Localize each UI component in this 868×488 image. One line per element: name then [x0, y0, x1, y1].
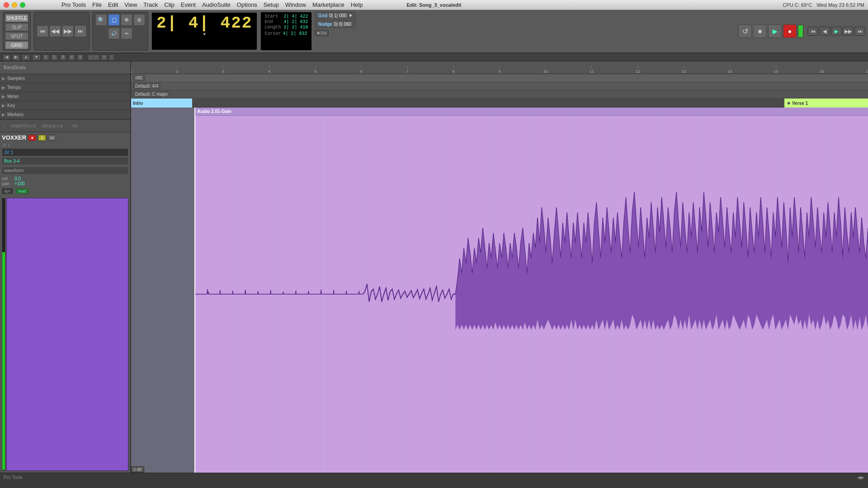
- menu-marketplace[interactable]: Marketplace: [312, 1, 344, 8]
- menu-track[interactable]: Track: [143, 1, 158, 8]
- zoom-out-h[interactable]: ◀: [3, 54, 10, 61]
- menu-event[interactable]: Event: [181, 1, 196, 8]
- menu-help[interactable]: Help: [351, 1, 363, 8]
- forward-to-end-button[interactable]: ⏭: [75, 25, 86, 37]
- play-button[interactable]: ▶: [768, 24, 782, 38]
- zoom-in-h[interactable]: ▶: [12, 54, 20, 61]
- nudge-control[interactable]: Nudge 0| 0| 060: [315, 20, 356, 28]
- dyn-button[interactable]: dyn: [2, 188, 13, 194]
- diy-button[interactable]: ■ Diy: [315, 30, 329, 36]
- rewind-to-start-button[interactable]: ⏮: [37, 25, 48, 37]
- read-button[interactable]: read: [15, 188, 29, 194]
- clip-header[interactable]: Audio 2.01-Gain: [194, 108, 868, 116]
- status-bar: Pro Tools ◀▶: [0, 473, 868, 482]
- record-enable-button[interactable]: ●: [28, 135, 36, 141]
- menu-bar[interactable]: Pro Tools File Edit View Track Clip Even…: [61, 1, 363, 8]
- menu-file[interactable]: File: [92, 1, 102, 8]
- menu-audiosuite[interactable]: AudioSuite: [202, 1, 231, 8]
- rtb-end[interactable]: ⏭: [854, 27, 865, 36]
- window-controls[interactable]: [4, 2, 25, 8]
- sidebar-item-meter[interactable]: ▶ Meter: [0, 92, 130, 101]
- track-zoom-fit[interactable]: ←→: [87, 54, 100, 61]
- online-button[interactable]: [798, 25, 803, 38]
- time-sig-value[interactable]: Default: 4/4: [133, 83, 160, 89]
- pan-value[interactable]: +100: [14, 181, 25, 186]
- end-value[interactable]: 4| 2| 832: [283, 19, 308, 24]
- vu-meter: [2, 198, 5, 471]
- maximize-button[interactable]: [20, 2, 25, 8]
- counter-display[interactable]: 2| 4| 422 ▼: [151, 12, 258, 51]
- clip-name: Audio 2.01-Gain: [197, 109, 231, 114]
- end-label: End: [264, 19, 281, 24]
- rewind-button[interactable]: ◀◀: [49, 25, 61, 37]
- solo-button[interactable]: S: [38, 135, 46, 141]
- zoom-4[interactable]: 4: [68, 54, 75, 61]
- vol-value[interactable]: 0.0: [14, 176, 21, 181]
- zoom-in-v[interactable]: ▲: [22, 54, 30, 61]
- forward-button[interactable]: ▶▶: [62, 25, 74, 37]
- insert-plugin-slot[interactable]: JV 1: [2, 148, 128, 156]
- grid-button[interactable]: GRID: [5, 41, 28, 49]
- menu-clip[interactable]: Clip: [164, 1, 174, 8]
- verse-marker[interactable]: ◆ Verse 1: [784, 99, 868, 108]
- key-value[interactable]: Default: C major: [133, 91, 170, 97]
- speaker-tool[interactable]: 🔊: [108, 28, 120, 39]
- zoom-5[interactable]: 5: [77, 54, 84, 61]
- tempo-value[interactable]: #85: [133, 75, 145, 81]
- left-panel: Bars|Beats ▶ Samples ▶ Tempo ▶ Meter ▶ K…: [0, 61, 131, 473]
- sidebar-item-key[interactable]: ▶ Key: [0, 101, 130, 110]
- menu-edit[interactable]: Edit: [108, 1, 118, 8]
- rtb-back[interactable]: ◀: [819, 27, 830, 36]
- sidebar-item-tempo[interactable]: ▶ Tempo: [0, 83, 130, 92]
- mute-button[interactable]: M: [48, 135, 56, 141]
- arrow-icon: ▶: [2, 112, 5, 117]
- zoom-out-v[interactable]: ▼: [32, 54, 41, 61]
- menu-setup[interactable]: Setup: [264, 1, 279, 8]
- rtb-rewind[interactable]: ⏮: [807, 27, 818, 36]
- sidebar-item-markers[interactable]: ▶ Markers: [0, 110, 130, 119]
- length-value[interactable]: 2| 2| 410: [283, 25, 308, 30]
- play-controls: ⏮ ◀ ▶ ▶▶ ⏭: [807, 27, 865, 36]
- grid-dropdown-icon[interactable]: ▼: [349, 13, 353, 18]
- track-zoom-in[interactable]: +: [101, 54, 108, 61]
- menu-protools[interactable]: Pro Tools: [61, 1, 86, 8]
- zoom-2[interactable]: 2: [51, 54, 58, 61]
- minimize-button[interactable]: [12, 2, 17, 8]
- rtb-forward[interactable]: ▶▶: [843, 27, 854, 36]
- verse-diamond-icon: ◆: [787, 101, 790, 105]
- sidebar-item-samples[interactable]: ▶ Samples: [0, 74, 130, 83]
- record-button[interactable]: ●: [783, 24, 797, 38]
- main-toolbar: SHUFFLE SLIP SPOT GRID ⏮ ◀◀ ▶▶ ⏭ 🔍 ▢ ✥ ⊕…: [0, 10, 868, 53]
- grabber-tool[interactable]: ✥: [121, 14, 132, 26]
- ruler-mark-10: 10: [543, 66, 548, 74]
- grid-control[interactable]: Grid 0| 1| 000 ▼: [315, 12, 356, 19]
- smart-tool[interactable]: ⊕: [133, 14, 145, 26]
- slip-button[interactable]: SLIP: [5, 23, 28, 31]
- intro-marker[interactable]: Intro: [131, 99, 192, 108]
- track-view-selector[interactable]: waveform: [2, 167, 128, 174]
- waveform-area[interactable]: Audio 2.01-Gain: [131, 108, 868, 473]
- zoom-1[interactable]: 1: [42, 54, 49, 61]
- loop-button[interactable]: ↺: [738, 24, 752, 38]
- spot-button[interactable]: SPOT: [5, 32, 28, 40]
- stop-button[interactable]: ■: [753, 24, 767, 38]
- rtb-play[interactable]: ▶: [831, 27, 842, 36]
- track-zoom-out[interactable]: -: [108, 54, 114, 61]
- menu-options[interactable]: Options: [237, 1, 257, 8]
- mode-section: SHUFFLE SLIP SPOT GRID: [3, 12, 31, 51]
- grid-nudge-section: Grid 0| 1| 000 ▼ Nudge 0| 0| 060 ■ Diy: [315, 12, 356, 51]
- menu-view[interactable]: View: [124, 1, 137, 8]
- zoom-3[interactable]: 3: [60, 54, 66, 61]
- position-info: Start 2| 4| 422 End 4| 2| 832 Length 2| …: [260, 12, 312, 51]
- system-info: CPU C: 69°C: [783, 2, 812, 8]
- pencil-tool[interactable]: ✏: [121, 28, 132, 39]
- zoom-tool[interactable]: 🔍: [95, 14, 107, 26]
- shuffle-button[interactable]: SHUFFLE: [5, 14, 28, 22]
- counter-selector[interactable]: ▼: [202, 32, 207, 37]
- close-button[interactable]: [4, 2, 9, 8]
- menu-window[interactable]: Window: [285, 1, 306, 8]
- selector-tool[interactable]: ▢: [108, 14, 120, 26]
- bus-routing[interactable]: Bus 3-4: [2, 157, 128, 165]
- pan-label: pan: [2, 181, 13, 186]
- start-value[interactable]: 2| 4| 422: [283, 14, 308, 19]
